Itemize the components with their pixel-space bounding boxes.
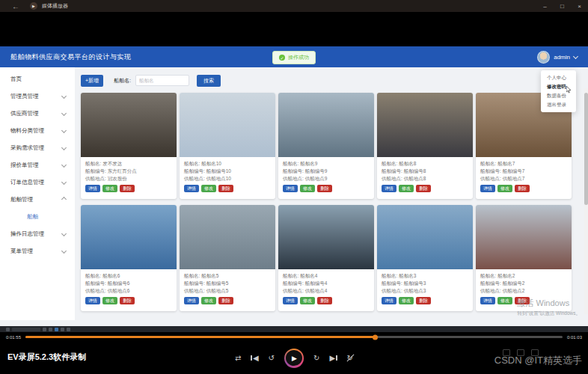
app-header: 船舶物料供应商交易平台的设计与实现 ✓ 操作成功 admin xyxy=(0,46,588,67)
back-icon[interactable]: ← xyxy=(12,2,19,10)
sidebar-item-ship[interactable]: 船舶 xyxy=(0,208,75,225)
ship-name: 船舶名10 xyxy=(201,161,221,166)
ship-name: 船舶名6 xyxy=(102,273,120,278)
taskbar-icon xyxy=(49,328,52,331)
main-content: +新增 船舶名: 搜索 船舶名: 发不发达 船舶编号: 东方红百分点 供船地点:… xyxy=(75,67,588,320)
success-check-icon: ✓ xyxy=(279,55,285,61)
sidebar-label: 供应商管理 xyxy=(10,110,39,117)
delete-button[interactable]: 删除 xyxy=(120,185,135,192)
activation-line2: 转到“设置”以激活 Windows。 xyxy=(517,310,581,317)
rewind-icon[interactable]: ↺ xyxy=(269,355,275,362)
field-label: 船舶编号: xyxy=(283,168,304,174)
field-label: 船舶编号: xyxy=(85,168,106,174)
edit-button[interactable]: 修改 xyxy=(201,297,216,304)
ship-name: 船舶名3 xyxy=(399,273,416,278)
field-label: 船舶编号: xyxy=(283,280,304,286)
edit-button[interactable]: 修改 xyxy=(102,297,117,304)
video-frame[interactable]: 船舶物料供应商交易平台的设计与实现 ✓ 操作成功 admin 首页 管理员管理 … xyxy=(0,12,588,332)
user-menu-trigger[interactable]: admin xyxy=(537,46,578,67)
detail-button[interactable]: 详情 xyxy=(85,297,100,304)
edit-button[interactable]: 修改 xyxy=(300,297,315,304)
detail-button[interactable]: 详情 xyxy=(283,297,298,304)
search-button[interactable]: 搜索 xyxy=(197,75,221,87)
sidebar-item-admin-mgmt[interactable]: 管理员管理 xyxy=(0,88,75,105)
detail-button[interactable]: 详情 xyxy=(382,297,396,304)
edit-button[interactable]: 修改 xyxy=(102,185,117,192)
menu-item-logout[interactable]: 退出登录 xyxy=(541,100,576,109)
next-track-icon[interactable]: ▶ xyxy=(329,355,337,362)
prev-glyph: ◀ xyxy=(253,355,259,362)
ship-photo xyxy=(278,205,374,269)
sidebar-label: 报价单管理 xyxy=(10,162,39,169)
sidebar-label: 物料分类管理 xyxy=(10,127,44,135)
ship-code: 船舶编号7 xyxy=(503,168,525,174)
edit-button[interactable]: 修改 xyxy=(497,185,512,192)
detail-button[interactable]: 详情 xyxy=(283,185,298,192)
sidebar-item-supplier-mgmt[interactable]: 供应商管理 xyxy=(0,105,75,122)
detail-button[interactable]: 详情 xyxy=(184,297,199,304)
sidebar-label: 订单信息管理 xyxy=(10,179,44,186)
ship-name-input[interactable] xyxy=(135,75,189,86)
shuffle-icon[interactable]: ⇄ xyxy=(235,355,241,362)
sidebar-item-home[interactable]: 首页 xyxy=(0,70,75,88)
delete-button[interactable]: 删除 xyxy=(120,297,135,304)
forward-icon[interactable]: ↻ xyxy=(313,355,319,362)
page-scrollbar[interactable] xyxy=(584,88,588,314)
repeat-off-icon[interactable]: ↻ xyxy=(347,355,353,362)
sidebar-item-order-info-mgmt[interactable]: 订单信息管理 xyxy=(0,174,75,191)
delete-button[interactable]: 删除 xyxy=(416,185,431,192)
sidebar-item-menu-mgmt[interactable]: 菜单管理 xyxy=(0,242,75,260)
maximize-button[interactable]: □ xyxy=(554,0,571,12)
field-label: 船舶名: xyxy=(283,273,298,278)
edit-button[interactable]: 修改 xyxy=(201,185,216,192)
next-bar xyxy=(336,355,337,361)
field-label: 船舶名: xyxy=(184,161,200,166)
sidebar-item-purchase-demand-mgmt[interactable]: 采购需求管理 xyxy=(0,139,75,156)
field-label: 船舶名: xyxy=(184,273,200,278)
delete-button[interactable]: 删除 xyxy=(416,297,431,304)
menu-item-personal-center[interactable]: 个人中心 xyxy=(541,73,576,82)
detail-button[interactable]: 详情 xyxy=(480,297,495,304)
ship-code: 船舶编号3 xyxy=(404,280,426,286)
taskbar-icon xyxy=(6,328,10,331)
elapsed-time: 0:01:55 xyxy=(6,335,21,340)
sidebar-item-ship-mgmt[interactable]: 船舶管理 xyxy=(0,191,75,208)
ship-card: 船舶名: 船舶名5 船舶编号: 船舶编号5 供船地点: 供船地点5 详情 修改 … xyxy=(180,205,275,311)
sidebar-item-material-category-mgmt[interactable]: 物料分类管理 xyxy=(0,122,75,139)
delete-button[interactable]: 删除 xyxy=(515,185,530,192)
scrollbar-thumb[interactable] xyxy=(584,93,588,205)
field-label: 船舶名: xyxy=(85,161,101,166)
seek-handle[interactable] xyxy=(373,334,378,340)
minimize-button[interactable]: – xyxy=(536,0,554,12)
previous-track-icon[interactable]: ◀ xyxy=(251,355,258,362)
toolbar: +新增 船舶名: 搜索 xyxy=(81,75,588,86)
ship-card: 船舶名: 船舶名9 船舶编号: 船舶编号9 供船地点: 供船地点9 详情 修改 … xyxy=(278,93,374,199)
detail-button[interactable]: 详情 xyxy=(85,185,100,192)
add-button[interactable]: +新增 xyxy=(81,75,103,87)
ship-name: 船舶名2 xyxy=(497,273,515,278)
ship-place: 供船地点3 xyxy=(404,288,426,293)
close-button[interactable]: × xyxy=(571,0,588,12)
delete-button[interactable]: 删除 xyxy=(218,297,233,304)
sidebar-item-quotation-mgmt[interactable]: 报价单管理 xyxy=(0,156,75,174)
field-label: 供船地点: xyxy=(184,288,205,293)
ship-name: 船舶名4 xyxy=(300,273,317,278)
delete-button[interactable]: 删除 xyxy=(218,185,233,192)
edit-button[interactable]: 修改 xyxy=(399,185,414,192)
seek-bar[interactable] xyxy=(25,336,563,338)
edit-button[interactable]: 修改 xyxy=(497,297,512,304)
recorder-label: EV录屏5.2.3软件录制 xyxy=(7,352,86,363)
delete-button[interactable]: 删除 xyxy=(317,185,332,192)
chevron-up-icon xyxy=(61,197,67,202)
ship-photo xyxy=(180,93,275,157)
detail-button[interactable]: 详情 xyxy=(184,185,199,192)
detail-button[interactable]: 详情 xyxy=(382,185,396,192)
edit-button[interactable]: 修改 xyxy=(300,185,315,192)
delete-button[interactable]: 删除 xyxy=(317,297,332,304)
edit-button[interactable]: 修改 xyxy=(399,297,414,304)
detail-button[interactable]: 详情 xyxy=(480,185,495,192)
field-label: 船舶编号: xyxy=(480,168,501,174)
chevron-down-icon xyxy=(61,162,67,168)
sidebar-item-operation-log-mgmt[interactable]: 操作日志管理 xyxy=(0,225,75,242)
play-button[interactable]: ▶ xyxy=(284,349,304,368)
